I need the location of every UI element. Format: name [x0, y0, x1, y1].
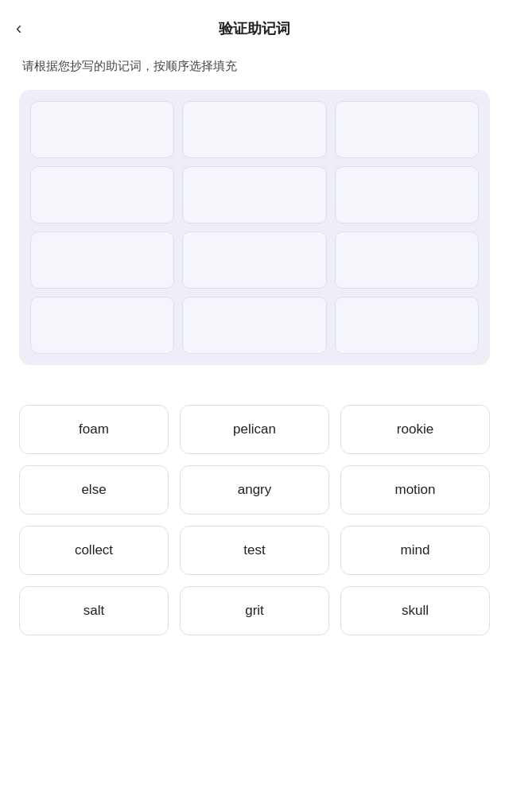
word-button-motion[interactable]: motion: [340, 465, 490, 515]
word-button-salt[interactable]: salt: [19, 586, 169, 635]
answer-cell: [30, 297, 174, 354]
word-button-test[interactable]: test: [180, 526, 329, 575]
word-button-rookie[interactable]: rookie: [340, 405, 490, 454]
subtitle: 请根据您抄写的助记词，按顺序选择填充: [0, 51, 509, 90]
answer-cell: [30, 101, 174, 158]
answer-area: [19, 90, 490, 365]
word-button-pelican[interactable]: pelican: [180, 405, 329, 454]
page-title: 验证助记词: [219, 19, 290, 38]
answer-grid: [30, 101, 479, 354]
answer-cell: [335, 231, 479, 289]
answer-cell: [30, 166, 174, 223]
answer-cell: [335, 101, 479, 158]
back-button[interactable]: ‹: [16, 20, 21, 37]
word-button-foam[interactable]: foam: [19, 405, 169, 454]
answer-cell: [182, 166, 326, 223]
answer-cell: [30, 231, 174, 289]
word-button-else[interactable]: else: [19, 465, 169, 515]
answer-cell: [335, 297, 479, 354]
answer-cell: [182, 297, 326, 354]
word-button-mind[interactable]: mind: [340, 526, 490, 575]
answer-cell: [182, 101, 326, 158]
header: ‹ 验证助记词: [0, 0, 509, 51]
spacer: [0, 365, 509, 405]
answer-cell: [182, 231, 326, 289]
answer-cell: [335, 166, 479, 223]
word-button-collect[interactable]: collect: [19, 526, 169, 575]
word-button-grit[interactable]: grit: [180, 586, 329, 635]
word-choices: foampelicanrookieelseangrymotioncollectt…: [19, 405, 490, 635]
word-button-skull[interactable]: skull: [340, 586, 490, 635]
word-button-angry[interactable]: angry: [180, 465, 329, 515]
